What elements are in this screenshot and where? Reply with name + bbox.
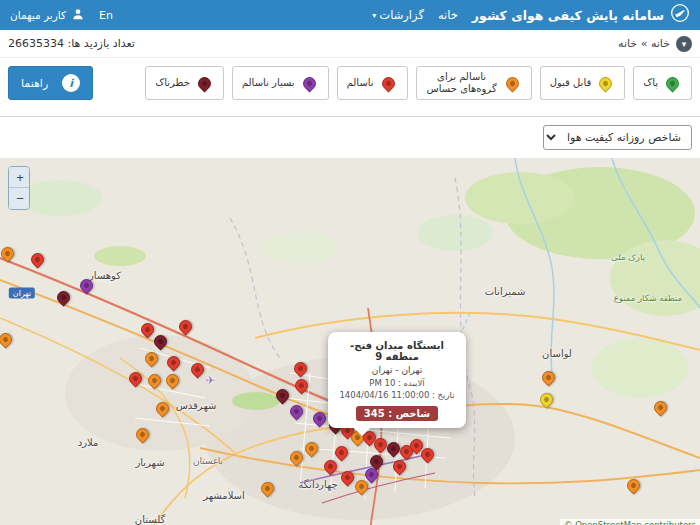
- guide-button[interactable]: i راهنما: [8, 66, 93, 100]
- nav-home[interactable]: خانه: [438, 8, 458, 22]
- map-marker[interactable]: [151, 332, 169, 350]
- map-place-label: گلستان: [135, 514, 165, 525]
- chevron-down-icon: ▾: [372, 11, 376, 20]
- zoom-out-button[interactable]: −: [9, 188, 30, 209]
- legend-pin-icon: [300, 74, 318, 92]
- legend-pin-icon: [503, 74, 521, 92]
- app-title: سامانه پایش کیفی هوای کشور: [472, 8, 664, 23]
- map-marker[interactable]: [651, 398, 669, 416]
- map-marker[interactable]: [145, 371, 163, 389]
- map-marker[interactable]: [537, 390, 555, 408]
- legend-pin-icon: [597, 74, 615, 92]
- map-marker[interactable]: [133, 425, 151, 443]
- map-marker[interactable]: [142, 349, 160, 367]
- map-marker[interactable]: [126, 369, 144, 387]
- map-marker[interactable]: [292, 376, 310, 394]
- filter-row: شاخص روزانه کیفیت هوا: [0, 116, 700, 158]
- map-marker[interactable]: [539, 368, 557, 386]
- nav-reports-label: گزارشات: [379, 8, 424, 22]
- top-header: سامانه پایش کیفی هوای کشور خانه گزارشات …: [0, 0, 700, 30]
- map-marker[interactable]: [321, 457, 339, 475]
- index-type-select[interactable]: شاخص روزانه کیفیت هوا: [543, 125, 692, 150]
- legend-pin-icon: [195, 74, 213, 92]
- nav-reports[interactable]: گزارشات ▾: [372, 8, 424, 22]
- map-place-label: پارک ملی: [611, 252, 645, 262]
- map-marker[interactable]: [310, 409, 328, 427]
- legend-item: قابل قبول: [540, 66, 626, 100]
- legend-item: بسیار ناسالم: [232, 66, 329, 100]
- map-marker[interactable]: [188, 360, 206, 378]
- map-marker[interactable]: [287, 402, 305, 420]
- legend-pin-icon: [663, 74, 681, 92]
- legend-item: ناسالم: [337, 66, 408, 100]
- map-place-label: شمیرانات: [485, 286, 526, 297]
- map-marker[interactable]: [164, 353, 182, 371]
- map-marker[interactable]: [291, 359, 309, 377]
- map-place-label: لواسان: [542, 348, 572, 359]
- map-marker[interactable]: [163, 371, 181, 389]
- map-place-label: چهاردانگه: [298, 479, 338, 490]
- map-marker[interactable]: [176, 317, 194, 335]
- map-marker[interactable]: [273, 386, 291, 404]
- language-toggle[interactable]: En: [99, 9, 113, 22]
- legend-item-label: ناسالم برای گروه‌های حساس: [426, 71, 498, 96]
- legend-item-label: پاک: [643, 77, 658, 90]
- map-place-label: شهریار: [135, 457, 164, 468]
- guide-button-label: راهنما: [21, 77, 48, 90]
- legend-item-label: قابل قبول: [550, 77, 592, 90]
- map[interactable]: کوهسارشهرقدسشهریارملاردباغستاناسلامشهرچه…: [0, 158, 700, 525]
- map-place-label: تهران: [9, 288, 35, 299]
- visit-counter: تعداد بازدید ها: 26635334: [8, 37, 135, 50]
- map-place-label: ✈: [205, 374, 214, 387]
- map-marker[interactable]: [302, 439, 320, 457]
- zoom-control: + −: [8, 166, 30, 210]
- map-place-label: منطقه شکار ممنوع: [614, 293, 682, 303]
- info-icon: i: [62, 74, 80, 92]
- map-place-label: باغستان: [193, 456, 223, 466]
- popup-station-name: ایستگاه میدان فتح- منطقه 9: [334, 340, 460, 362]
- station-popup: ایستگاه میدان فتح- منطقه 9 تهران - تهران…: [328, 332, 466, 428]
- popup-pollutant: آلاینده : PM 10: [334, 378, 460, 388]
- map-place-label: شهرقدس: [176, 400, 217, 411]
- legend-item: خطرناک: [145, 66, 224, 100]
- legend-item: پاک: [633, 66, 692, 100]
- legend-item-label: خطرناک: [155, 77, 190, 90]
- aqi-legend: پاکقابل قبولناسالم برای گروه‌های حساسناس…: [0, 58, 700, 116]
- zoom-in-button[interactable]: +: [9, 167, 30, 188]
- map-place-label: ملارد: [78, 437, 99, 448]
- map-marker[interactable]: [624, 476, 642, 494]
- user-menu[interactable]: کاربر میهمان: [10, 7, 85, 23]
- map-marker[interactable]: [332, 443, 350, 461]
- legend-pin-icon: [379, 74, 397, 92]
- map-marker[interactable]: [28, 250, 46, 268]
- map-place-label: اسلامشهر: [203, 490, 245, 501]
- legend-item-label: بسیار ناسالم: [242, 77, 295, 90]
- map-marker[interactable]: [0, 330, 15, 348]
- subheader: ▾ خانه » خانه تعداد بازدید ها: 26635334: [0, 30, 700, 58]
- map-marker[interactable]: [153, 399, 171, 417]
- user-icon: [71, 7, 85, 23]
- map-marker[interactable]: [258, 479, 276, 497]
- popup-date: تاریخ : 11:00:00 1404/04/16: [334, 390, 460, 400]
- legend-item: ناسالم برای گروه‌های حساس: [416, 66, 532, 100]
- popup-index-badge: شاخص : 345: [356, 406, 438, 421]
- map-marker[interactable]: [287, 448, 305, 466]
- map-place-label: کوهسار: [89, 270, 121, 281]
- map-marker[interactable]: [54, 288, 72, 306]
- map-attribution[interactable]: © OpenStreetMap contributors: [560, 519, 700, 525]
- app-logo-icon: [670, 3, 690, 27]
- user-name: کاربر میهمان: [10, 9, 66, 21]
- popup-city: تهران - تهران: [334, 365, 460, 375]
- legend-item-label: ناسالم: [347, 77, 374, 90]
- map-marker[interactable]: [138, 320, 156, 338]
- breadcrumb: خانه » خانه: [618, 37, 670, 50]
- brand: سامانه پایش کیفی هوای کشور: [472, 3, 690, 27]
- circle-chevron-icon[interactable]: ▾: [676, 36, 692, 52]
- map-marker[interactable]: [0, 244, 17, 262]
